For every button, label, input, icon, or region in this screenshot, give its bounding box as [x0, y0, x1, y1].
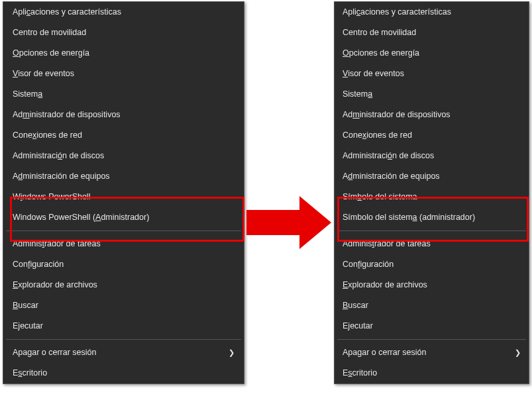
- menu-item-label: Opciones de energía: [13, 43, 89, 64]
- menu-item-label: Símbolo del sistema (administrador): [343, 207, 475, 228]
- menu-item[interactable]: Opciones de energía: [335, 43, 529, 64]
- menu-item[interactable]: Conexiones de red: [335, 125, 529, 146]
- menu-item-label: Windows PowerShell (Administrador): [13, 207, 149, 228]
- menu-item-label: Ejecutar: [13, 316, 43, 336]
- winx-menu-before: Aplicaciones y característicasCentro de …: [3, 1, 244, 384]
- menu-item-label: Sistema: [343, 84, 372, 105]
- menu-item[interactable]: Ejecutar: [335, 316, 529, 336]
- menu-item[interactable]: Opciones de energía: [3, 43, 244, 64]
- menu-item-label: Administrador de tareas: [343, 234, 431, 254]
- menu-item-label: Administrador de dispositivos: [343, 105, 451, 125]
- menu-item-label: Ejecutar: [343, 316, 373, 336]
- menu-item-label: Administración de discos: [343, 146, 434, 166]
- menu-item[interactable]: Administrador de tareas: [3, 234, 244, 254]
- menu-item[interactable]: Buscar: [3, 295, 244, 316]
- menu-item-label: Administrador de tareas: [13, 234, 101, 254]
- menu-separator: [6, 230, 241, 231]
- menu-item-label: Apagar o cerrar sesión: [343, 342, 426, 363]
- menu-separator: [337, 230, 526, 231]
- menu-item[interactable]: Explorador de archivos: [335, 275, 529, 295]
- menu-item-label: Opciones de energía: [343, 43, 419, 64]
- menu-item[interactable]: Administración de equipos: [3, 166, 244, 187]
- winx-menu-after: Aplicaciones y característicasCentro de …: [334, 1, 529, 384]
- menu-item-label: Administración de discos: [13, 146, 104, 166]
- menu-item-label: Windows PowerShell: [13, 187, 90, 207]
- menu-item[interactable]: Sistema: [335, 84, 529, 105]
- menu-item-label: Escritorio: [343, 363, 377, 383]
- menu-item-label: Conexiones de red: [343, 125, 412, 146]
- menu-item-label: Centro de movilidad: [13, 23, 86, 43]
- menu-item[interactable]: Administración de discos: [3, 146, 244, 166]
- menu-item-label: Configuración: [343, 254, 394, 275]
- menu-item[interactable]: Configuración: [335, 254, 529, 275]
- menu-item[interactable]: Administrador de tareas: [335, 234, 529, 254]
- menu-item[interactable]: Explorador de archivos: [3, 275, 244, 295]
- chevron-right-icon: ❯: [229, 342, 235, 363]
- menu-item[interactable]: Ejecutar: [3, 316, 244, 336]
- menu-item-label: Símbolo del sistema: [343, 187, 417, 207]
- menu-item[interactable]: Sistema: [3, 84, 244, 105]
- menu-item-label: Aplicaciones y características: [13, 2, 121, 23]
- menu-item[interactable]: Windows PowerShell: [3, 187, 244, 207]
- menu-item[interactable]: Centro de movilidad: [3, 23, 244, 43]
- menu-item[interactable]: Apagar o cerrar sesión❯: [335, 342, 529, 363]
- menu-item-label: Aplicaciones y características: [343, 2, 451, 23]
- menu-item[interactable]: Buscar: [335, 295, 529, 316]
- menu-item[interactable]: Administrador de dispositivos: [3, 105, 244, 125]
- menu-item[interactable]: Aplicaciones y características: [335, 2, 529, 23]
- menu-item[interactable]: Visor de eventos: [335, 64, 529, 84]
- menu-separator: [337, 339, 526, 340]
- transition-arrow-icon: [246, 196, 331, 249]
- menu-item[interactable]: Conexiones de red: [3, 125, 244, 146]
- menu-item[interactable]: Centro de movilidad: [335, 23, 529, 43]
- menu-item-label: Configuración: [13, 254, 64, 275]
- menu-item[interactable]: Visor de eventos: [3, 64, 244, 84]
- menu-item[interactable]: Símbolo del sistema: [335, 187, 529, 207]
- menu-item-label: Buscar: [343, 295, 368, 316]
- menu-item[interactable]: Apagar o cerrar sesión❯: [3, 342, 244, 363]
- menu-item[interactable]: Administración de discos: [335, 146, 529, 166]
- menu-item[interactable]: Aplicaciones y características: [3, 2, 244, 23]
- menu-separator: [6, 339, 241, 340]
- menu-item[interactable]: Escritorio: [335, 363, 529, 383]
- menu-item-label: Buscar: [13, 295, 38, 316]
- menu-item[interactable]: Configuración: [3, 254, 244, 275]
- menu-item[interactable]: Administrador de dispositivos: [335, 105, 529, 125]
- menu-item-label: Administración de equipos: [343, 166, 440, 187]
- menu-item-label: Conexiones de red: [13, 125, 82, 146]
- menu-item[interactable]: Windows PowerShell (Administrador): [3, 207, 244, 228]
- menu-item-label: Sistema: [13, 84, 42, 105]
- menu-item[interactable]: Símbolo del sistema (administrador): [335, 207, 529, 228]
- menu-item-label: Administrador de dispositivos: [13, 105, 121, 125]
- menu-item-label: Administración de equipos: [13, 166, 110, 187]
- menu-item[interactable]: Administración de equipos: [335, 166, 529, 187]
- menu-item-label: Visor de eventos: [343, 64, 404, 84]
- menu-item-label: Escritorio: [13, 363, 47, 383]
- menu-item[interactable]: Escritorio: [3, 363, 244, 383]
- chevron-right-icon: ❯: [515, 342, 521, 363]
- menu-item-label: Explorador de archivos: [343, 275, 427, 295]
- menu-item-label: Explorador de archivos: [13, 275, 97, 295]
- menu-item-label: Apagar o cerrar sesión: [13, 342, 96, 363]
- menu-item-label: Centro de movilidad: [343, 23, 416, 43]
- menu-item-label: Visor de eventos: [13, 64, 74, 84]
